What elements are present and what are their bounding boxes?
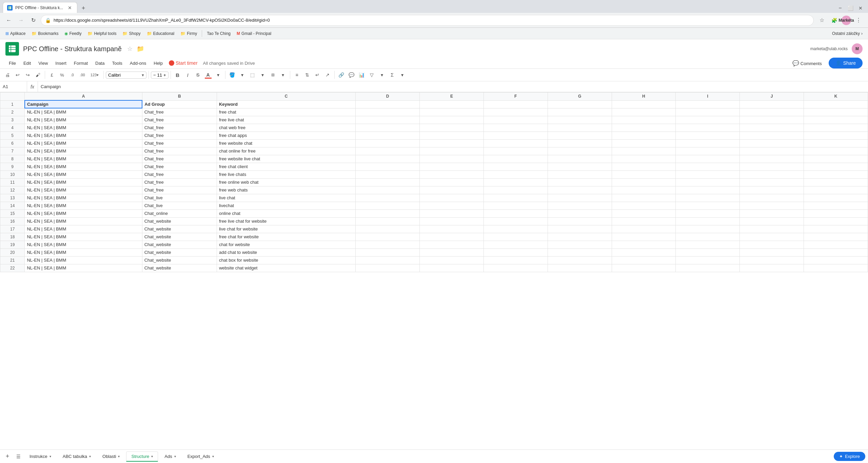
sheet-tab-export-ads[interactable]: Export_Ads ▾ (182, 451, 219, 461)
cell[interactable] (356, 132, 420, 139)
cell[interactable] (676, 147, 740, 155)
cell[interactable] (356, 100, 420, 108)
cell[interactable] (740, 256, 804, 264)
cell[interactable]: Chat_website (142, 217, 217, 225)
bookmark-other[interactable]: Ostatní záložky › (829, 30, 865, 37)
cell[interactable] (612, 233, 676, 241)
menu-format[interactable]: Format (71, 59, 91, 68)
cell[interactable] (740, 241, 804, 248)
cell[interactable] (740, 132, 804, 139)
comments-button[interactable]: 💬 Comments (788, 58, 826, 68)
cell[interactable]: Chat_live (142, 202, 217, 209)
cell[interactable] (548, 178, 612, 186)
cell-reference-box[interactable]: A1 (0, 81, 27, 92)
cell[interactable]: NL-EN | SEA | BMM (25, 209, 142, 217)
merge-cells-button[interactable]: ⊞ (268, 70, 278, 80)
cell[interactable] (484, 233, 548, 241)
cell[interactable] (676, 139, 740, 147)
cell[interactable] (676, 124, 740, 132)
cell[interactable] (612, 132, 676, 139)
cell[interactable]: NL-EN | SEA | BMM (25, 170, 142, 178)
font-size-increase-btn[interactable]: + (163, 73, 166, 78)
cell[interactable] (484, 217, 548, 225)
document-title[interactable]: PPC Offline - Struktura kampaně (23, 45, 122, 53)
cell[interactable] (356, 147, 420, 155)
cell[interactable] (484, 178, 548, 186)
cell[interactable] (419, 209, 484, 217)
cell[interactable] (804, 186, 868, 194)
menu-file[interactable]: File (5, 59, 19, 68)
cell[interactable] (356, 108, 420, 116)
cell[interactable] (676, 194, 740, 202)
cell[interactable] (676, 186, 740, 194)
cell[interactable]: chat online for free (217, 147, 355, 155)
bookmark-shopy[interactable]: 📁 Shopy (120, 30, 143, 37)
cell[interactable] (676, 248, 740, 256)
borders-dropdown[interactable]: ▾ (258, 70, 268, 80)
bookmark-helpful-tools[interactable]: 📁 Helpful tools (85, 30, 119, 37)
bookmark-educational[interactable]: 📁 Educational (144, 30, 177, 37)
cell[interactable]: Chat_free (142, 139, 217, 147)
more-options-button[interactable]: ⋮ (853, 15, 864, 26)
strikethrough-button[interactable]: S (193, 70, 203, 80)
cell[interactable]: Keyword (217, 100, 355, 108)
cell[interactable] (612, 108, 676, 116)
cell[interactable]: Campaign (25, 100, 142, 108)
redo-button[interactable]: ↪ (23, 70, 33, 80)
fill-color-dropdown[interactable]: ▾ (238, 70, 247, 80)
cell[interactable] (548, 100, 612, 108)
menu-edit[interactable]: Edit (20, 59, 34, 68)
cell[interactable]: free website live chat (217, 155, 355, 163)
cell[interactable]: Chat_website (142, 233, 217, 241)
functions-dropdown[interactable]: ▾ (398, 70, 407, 80)
menu-help[interactable]: Help (150, 59, 166, 68)
cell[interactable]: Chat_website (142, 248, 217, 256)
cell[interactable] (419, 217, 484, 225)
cell[interactable] (676, 202, 740, 209)
cell[interactable]: Chat_live (142, 194, 217, 202)
vertical-align-button[interactable]: ⇅ (302, 70, 312, 80)
cell[interactable] (484, 256, 548, 264)
cell[interactable] (419, 225, 484, 233)
bookmark-gmail[interactable]: M Gmail - Principal (234, 30, 274, 37)
cell[interactable] (484, 209, 548, 217)
cell[interactable] (484, 155, 548, 163)
menu-data[interactable]: Data (92, 59, 108, 68)
cell[interactable]: Chat_free (142, 163, 217, 170)
cell[interactable] (356, 124, 420, 132)
col-header-j[interactable]: J (740, 93, 804, 101)
cell[interactable] (676, 256, 740, 264)
cell[interactable]: Chat_online (142, 209, 217, 217)
cell[interactable] (484, 194, 548, 202)
cell[interactable]: NL-EN | SEA | BMM (25, 124, 142, 132)
col-header-b[interactable]: B (142, 93, 217, 101)
cell[interactable] (804, 108, 868, 116)
cell[interactable] (804, 170, 868, 178)
cell[interactable] (676, 233, 740, 241)
sheet-tab-instrukce[interactable]: Instrukce ▾ (24, 451, 56, 461)
cell[interactable]: Chat_free (142, 124, 217, 132)
col-header-k[interactable]: K (804, 93, 868, 101)
bookmark-bookmarks[interactable]: 📁 Bookmarks (29, 30, 61, 37)
cell[interactable] (804, 178, 868, 186)
cell[interactable] (676, 178, 740, 186)
cell[interactable]: NL-EN | SEA | BMM (25, 116, 142, 124)
menu-view[interactable]: View (35, 59, 51, 68)
cell[interactable]: NL-EN | SEA | BMM (25, 194, 142, 202)
cell[interactable] (740, 202, 804, 209)
cell[interactable]: Chat_website (142, 256, 217, 264)
cell[interactable] (548, 147, 612, 155)
cell[interactable] (419, 108, 484, 116)
cell[interactable]: Chat_free (142, 132, 217, 139)
cell[interactable] (484, 132, 548, 139)
cell[interactable] (740, 163, 804, 170)
cell[interactable] (419, 147, 484, 155)
cell[interactable] (804, 194, 868, 202)
cell[interactable]: free live chat for website (217, 217, 355, 225)
bookmark-firmy[interactable]: 📁 Firmy (178, 30, 200, 37)
cell[interactable]: NL-EN | SEA | BMM (25, 202, 142, 209)
font-size-decrease-btn[interactable]: − (153, 73, 156, 78)
bookmark-feedly[interactable]: ◉ Feedly (62, 30, 84, 37)
cell[interactable] (676, 217, 740, 225)
cell[interactable] (356, 233, 420, 241)
